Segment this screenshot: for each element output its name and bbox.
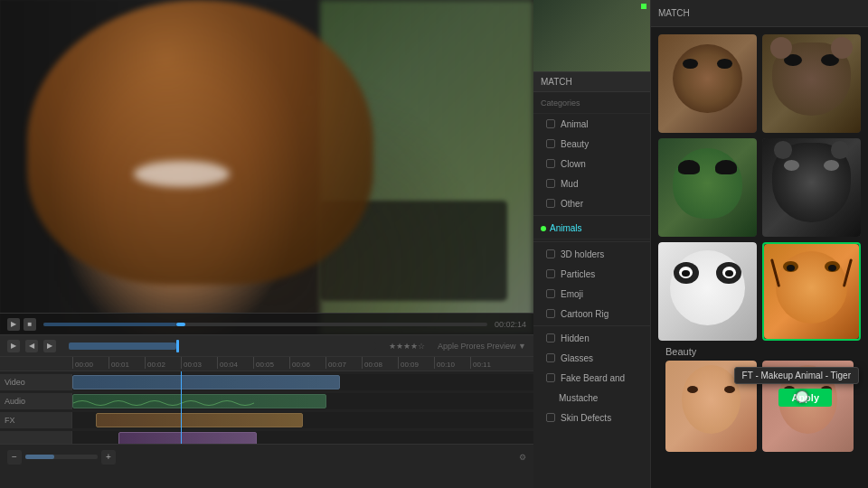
- sidebar-item-glasses[interactable]: Glasses: [533, 348, 650, 368]
- sidebar-item-animals-active[interactable]: Animals: [533, 218, 650, 239]
- track-label-overlay: [0, 431, 72, 444]
- table-row: Video: [0, 374, 533, 390]
- sidebar-item-3d-holders[interactable]: 3D holders: [533, 244, 650, 264]
- timeline-ruler: 00:00 00:01 00:02 00:03 00:04 00:05 00:0…: [0, 357, 533, 371]
- sidebar-item-category-header[interactable]: Categories: [533, 92, 650, 114]
- track-label-video: Video: [0, 374, 72, 390]
- play-button[interactable]: ▶: [7, 318, 20, 331]
- checkbox-glasses[interactable]: [546, 353, 555, 362]
- sidebar-item-emoji[interactable]: Emoji: [533, 284, 650, 304]
- checkbox-particles[interactable]: [546, 269, 555, 278]
- zoom-out-btn[interactable]: −: [7, 450, 22, 465]
- checkbox-animal[interactable]: [546, 119, 555, 128]
- filter-sidebar: MATCH Categories Animal Beauty Clown Mu: [533, 0, 651, 488]
- timeline-area: ▶ ◀ ▶ ★★★★☆ Apple Prores Preview ▼ 00:00…: [0, 334, 533, 488]
- timeline-play-btn[interactable]: ▶: [7, 340, 20, 352]
- sidebar-item-hidden[interactable]: Hidden: [533, 328, 650, 348]
- timeline-next-btn[interactable]: ▶: [43, 340, 56, 352]
- playhead[interactable]: [181, 371, 182, 444]
- checkbox-hidden[interactable]: [546, 333, 555, 343]
- beauty-section-label: Beauty: [658, 341, 861, 361]
- checkbox-mud[interactable]: [546, 179, 555, 188]
- timeline-prev-btn[interactable]: ◀: [25, 340, 38, 352]
- status-indicator: [641, 4, 646, 9]
- checkbox-beauty[interactable]: [546, 139, 555, 148]
- checkbox-skin-defects[interactable]: [546, 413, 555, 422]
- apply-button[interactable]: Apply: [778, 389, 832, 407]
- track-content-audio[interactable]: [72, 393, 533, 409]
- filter-thumb-bear[interactable]: [762, 34, 861, 133]
- checkbox-other[interactable]: [546, 199, 555, 208]
- sidebar-item-beauty[interactable]: Beauty: [533, 134, 650, 154]
- sidebar-item-animal[interactable]: Animal: [533, 114, 650, 134]
- app-container: ▶ ■ 00:02:14 ▶ ◀ ▶ ★★★★☆: [0, 0, 868, 488]
- timeline-header: ▶ ◀ ▶ ★★★★☆ Apple Prores Preview ▼: [0, 335, 533, 357]
- sidebar-item-clown[interactable]: Clown: [533, 154, 650, 174]
- track-label-fx: FX: [0, 412, 72, 428]
- zoom-in-btn[interactable]: +: [101, 450, 116, 465]
- stop-button[interactable]: ■: [24, 318, 36, 331]
- filter-thumb-monkey[interactable]: [658, 34, 757, 133]
- sidebar-item-particles[interactable]: Particles: [533, 264, 650, 284]
- video-preview: ▶ ■ 00:02:14: [0, 0, 533, 334]
- table-row: FX: [0, 412, 533, 428]
- checkbox-clown[interactable]: [546, 159, 555, 168]
- sidebar-item-other[interactable]: Other: [533, 193, 650, 213]
- track-content-video[interactable]: [72, 374, 533, 390]
- active-indicator: [541, 226, 546, 231]
- filter-grid-panel: MATCH: [651, 0, 868, 488]
- filter-thumb-alien[interactable]: [658, 138, 757, 237]
- checkbox-3d-holders[interactable]: [546, 249, 555, 258]
- sidebar-item-fake-beard-2[interactable]: Mustache: [533, 388, 650, 408]
- checkbox-cartoon-rig[interactable]: [546, 309, 555, 318]
- right-panel: MATCH Categories Animal Beauty Clown Mu: [533, 0, 868, 488]
- filter-thumb-tiger[interactable]: [762, 242, 861, 341]
- table-row: [0, 431, 533, 444]
- filter-grid-content[interactable]: Beauty: [651, 27, 868, 488]
- timeline-settings-btn[interactable]: ⚙: [519, 453, 526, 462]
- track-content-overlay[interactable]: [72, 431, 533, 444]
- track-area: Video Audio: [0, 371, 533, 444]
- filter-section-header: MATCH: [533, 72, 650, 92]
- checkbox-emoji[interactable]: [546, 289, 555, 298]
- filter-thumb-panda[interactable]: [658, 242, 757, 341]
- small-preview: [533, 0, 650, 71]
- table-row: Audio: [0, 393, 533, 409]
- sidebar-item-mud[interactable]: Mud: [533, 174, 650, 193]
- filter-grid: [658, 34, 861, 341]
- filter-grid-header: MATCH: [651, 0, 868, 27]
- checkbox-fake-beard[interactable]: [546, 373, 555, 382]
- sidebar-item-cartoon-rig[interactable]: Cartoon Rig: [533, 304, 650, 324]
- tooltip-popup: FT - Makeup Animal - Tiger: [734, 367, 859, 384]
- track-label-audio: Audio: [0, 393, 72, 409]
- sidebar-item-skin-defects[interactable]: Skin Defects: [533, 408, 650, 427]
- sidebar-item-fake-beard[interactable]: Fake Beard and: [533, 368, 650, 388]
- track-content-fx[interactable]: [72, 412, 533, 428]
- filter-thumb-gorilla[interactable]: [762, 138, 861, 237]
